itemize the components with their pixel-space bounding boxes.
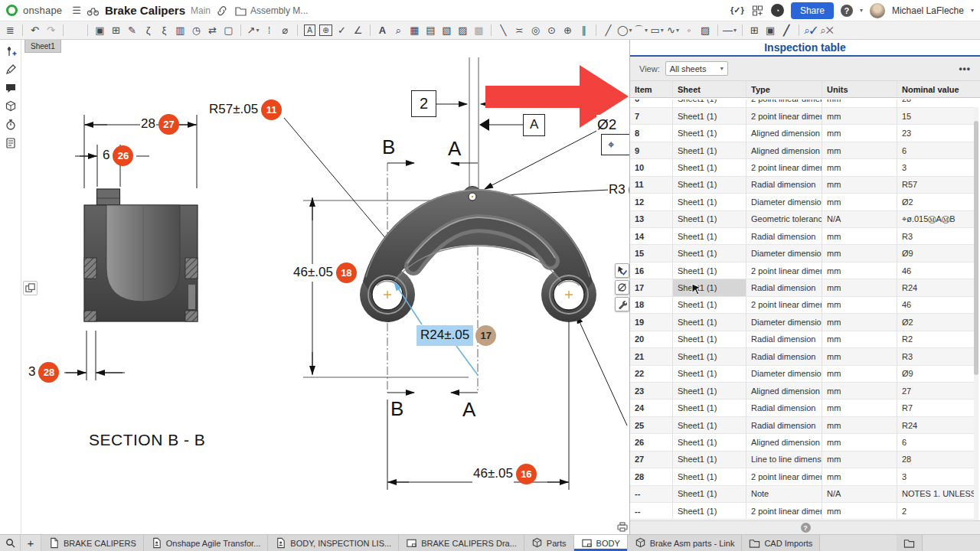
- tab-brake-calipers-drawing[interactable]: BRAKE CALIPERS Dra...: [399, 535, 524, 551]
- versions-icon[interactable]: [4, 45, 18, 57]
- user-caret-icon[interactable]: ▾: [971, 7, 974, 14]
- table-row[interactable]: 18 Sheet1 (1) 2 point linear dimens... m…: [630, 297, 975, 314]
- table-row[interactable]: 11 Sheet1 (1) Radial dimension mm R57: [630, 177, 975, 194]
- dimension-style-icon[interactable]: ⌀: [278, 23, 292, 38]
- dim-r24-balloon-17-selected[interactable]: R24±.05 17: [416, 325, 496, 346]
- markup-icon[interactable]: ╱: [779, 23, 794, 38]
- featurescript-icon[interactable]: {✓}: [730, 5, 744, 15]
- insert-view-icon[interactable]: ▣: [93, 23, 107, 38]
- table-row[interactable]: 27 Sheet1 (1) Line to line dimension mm …: [630, 452, 975, 468]
- table-row[interactable]: 8 Sheet1 (1) Aligned dimension mm 23: [630, 125, 975, 142]
- select-item-button[interactable]: [615, 263, 629, 278]
- feature-list-icon[interactable]: ≣: [3, 23, 18, 38]
- inspection-balloon[interactable]: 16: [516, 464, 537, 484]
- centerline-icon[interactable]: ╲: [496, 23, 511, 38]
- sheet-tab[interactable]: Sheet1: [24, 40, 61, 53]
- centerline-between-icon[interactable]: ≍: [512, 23, 527, 38]
- section-arrow-b-bottom[interactable]: B: [390, 396, 404, 422]
- table-row[interactable]: 14 Sheet1 (1) Radial dimension mm R3: [630, 228, 975, 245]
- table-row[interactable]: 25 Sheet1 (1) Radial dimension mm R24: [630, 417, 975, 434]
- table-row[interactable]: 17 Sheet1 (1) Radial dimension mm R24: [630, 279, 975, 296]
- feature-control-frame[interactable]: ⌖: [601, 134, 629, 155]
- tab-cad-imports[interactable]: CAD Imports: [742, 535, 820, 551]
- notes-icon[interactable]: [4, 137, 18, 149]
- hatch-icon[interactable]: ▨: [698, 23, 713, 38]
- table-row[interactable]: 10 Sheet1 (1) 2 point linear dimens... m…: [630, 159, 975, 176]
- move-view-icon[interactable]: ⇄: [205, 23, 220, 38]
- point-icon[interactable]: ◦: [682, 23, 697, 38]
- gdt-icon[interactable]: ⊕: [318, 23, 333, 38]
- undo-icon[interactable]: ↶: [28, 23, 42, 38]
- bom-table-icon[interactable]: ▤: [423, 23, 438, 38]
- auxiliary-view-icon[interactable]: ✎: [125, 23, 139, 38]
- table-row[interactable]: 7 Sheet1 (1) 2 point linear dimens... mm…: [630, 108, 975, 125]
- ordinate-dimension-icon[interactable]: ⁞: [262, 23, 276, 38]
- help-icon[interactable]: ?: [841, 5, 853, 17]
- find-annotation-icon[interactable]: ⌕: [391, 23, 406, 38]
- table-row[interactable]: 21 Sheet1 (1) Radial dimension mm R3: [630, 348, 975, 365]
- menu-icon[interactable]: ☰: [72, 5, 81, 16]
- surface-finish-icon[interactable]: ✓: [335, 23, 349, 38]
- document-title[interactable]: Brake Calipers: [105, 4, 185, 17]
- rectangle-icon[interactable]: ▭ ▾: [650, 23, 665, 38]
- datum-a-label[interactable]: A: [523, 114, 545, 136]
- tab-onshape-agile[interactable]: Onshape Agile Transfor...: [144, 535, 269, 551]
- table-row[interactable]: 20 Sheet1 (1) Radial dimension mm R2: [630, 331, 975, 348]
- insert-image-icon[interactable]: ▣: [763, 23, 778, 38]
- dim-28-balloon-27[interactable]: 28 27: [140, 114, 179, 135]
- dim-dia2[interactable]: Ø2: [596, 115, 617, 135]
- table-row[interactable]: 16 Sheet1 (1) 2 point linear dimens... m…: [630, 262, 975, 279]
- inspection-balloon[interactable]: 27: [158, 114, 179, 135]
- section-title[interactable]: SECTION B - B: [88, 429, 206, 451]
- spotlight-icon[interactable]: [68, 23, 83, 38]
- history-icon[interactable]: [4, 119, 18, 131]
- table-row[interactable]: 6 Sheet1 (1) 2 point linear dimens... mm…: [630, 99, 975, 108]
- user-name[interactable]: Michael LaFleche: [892, 5, 964, 16]
- table-icon[interactable]: ▦: [407, 23, 422, 38]
- hide-item-button[interactable]: [615, 280, 629, 295]
- tools-button[interactable]: [615, 297, 629, 311]
- projected-view-icon[interactable]: ⊞: [109, 23, 123, 38]
- inspection-balloon[interactable]: 17: [475, 325, 496, 346]
- inspection-add-icon[interactable]: ⌕✓: [804, 23, 818, 38]
- table-row[interactable]: 23 Sheet1 (1) Aligned dimension mm 27: [630, 383, 975, 399]
- grid-plus-icon[interactable]: [751, 5, 764, 17]
- weld-symbol-icon[interactable]: ∠: [351, 23, 365, 38]
- avatar[interactable]: [870, 3, 885, 18]
- tab-brake-asm-parts-link[interactable]: Brake Asm parts - Link: [628, 535, 743, 551]
- dim-46-balloon-16[interactable]: 46±.05 16: [472, 464, 537, 484]
- circular-centermark-icon[interactable]: ◎: [528, 23, 543, 38]
- inspection-balloon[interactable]: 18: [336, 262, 357, 283]
- view-select[interactable]: All sheets ▾: [665, 61, 728, 76]
- broken-out-view-icon[interactable]: ◷: [189, 23, 204, 38]
- line-icon[interactable]: ╱: [601, 23, 616, 38]
- circle-icon[interactable]: ◯ ▾: [617, 23, 632, 38]
- section-arrow-b-top[interactable]: B: [381, 134, 396, 161]
- crop-view-icon[interactable]: ▢: [221, 23, 236, 38]
- inspection-balloon[interactable]: 28: [38, 362, 59, 383]
- table-scrollbar[interactable]: [974, 107, 978, 520]
- panel-help-icon[interactable]: ?: [801, 523, 811, 533]
- hole-table-icon[interactable]: ▧: [439, 23, 454, 38]
- table-row[interactable]: 28 Sheet1 (1) 2 point linear dimens... m…: [630, 468, 975, 485]
- learning-center-icon[interactable]: ◔: [771, 4, 784, 17]
- dimension-icon[interactable]: ↗ ▾: [246, 23, 260, 38]
- tab-body-inspection[interactable]: BODY, INSPECTION LIS...: [268, 535, 399, 551]
- link-icon[interactable]: [216, 5, 229, 17]
- inspection-remove-icon[interactable]: ⌕✕: [820, 23, 835, 38]
- tab-body[interactable]: BODY: [574, 535, 628, 551]
- cut-list-icon[interactable]: ▩: [472, 23, 486, 38]
- section-view-icon[interactable]: ζ: [141, 23, 155, 38]
- redo-icon[interactable]: ↷: [44, 23, 58, 38]
- inspection-balloon[interactable]: 11: [261, 99, 282, 120]
- add-tab-button[interactable]: +: [21, 535, 41, 551]
- dim-r3[interactable]: R3: [608, 180, 629, 201]
- dim-46-balloon-18[interactable]: 46±.05 18: [292, 262, 357, 283]
- hatch-lines-icon[interactable]: ∥: [577, 23, 591, 38]
- table-row[interactable]: 26 Sheet1 (1) Aligned dimension mm 6: [630, 434, 975, 451]
- new-sheet-icon[interactable]: ⊞: [747, 23, 762, 38]
- printer-icon[interactable]: [616, 522, 629, 532]
- dim-3-balloon-28[interactable]: 3 28: [28, 362, 59, 383]
- basic-dim-2[interactable]: 2: [411, 90, 436, 117]
- tab-folder[interactable]: [897, 535, 923, 551]
